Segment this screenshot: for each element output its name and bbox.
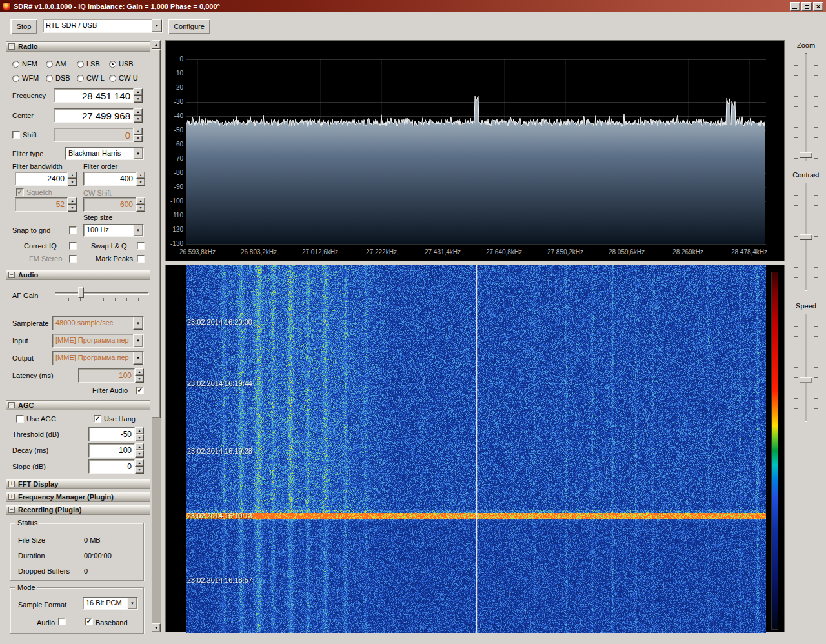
spin-down-icon[interactable]: ▼: [135, 450, 144, 458]
squelch-checkbox[interactable]: ✓ Squelch: [16, 188, 52, 196]
sample-format-select[interactable]: 16 Bit PCM ▼: [83, 597, 138, 610]
waterfall-canvas[interactable]: [186, 265, 766, 633]
close-button[interactable]: ×: [813, 2, 823, 11]
frequency-value[interactable]: 28 451 140: [54, 88, 134, 103]
spin-down-icon[interactable]: ▼: [135, 434, 144, 441]
device-selector[interactable]: RTL-SDR / USB ▼: [43, 19, 163, 33]
slope-input[interactable]: 0 ▲▼: [88, 459, 144, 474]
collapse-icon[interactable]: −: [8, 507, 15, 513]
spin-up-icon[interactable]: ▲: [135, 427, 144, 434]
stop-button[interactable]: Stop: [10, 19, 37, 34]
slider-thumb[interactable]: [800, 377, 812, 383]
mode-option-dsb[interactable]: DSB: [46, 74, 77, 82]
record-audio-checkbox[interactable]: ✓: [58, 618, 66, 625]
spin-down-icon[interactable]: ▼: [134, 96, 143, 103]
use-agc-checkbox[interactable]: ✓ Use AGC: [16, 415, 56, 423]
mode-option-cwl[interactable]: CW-L: [77, 74, 109, 82]
filter-audio-checkbox[interactable]: ✓: [136, 387, 144, 394]
center-value[interactable]: 27 499 968: [54, 108, 134, 123]
slider-track[interactable]: [55, 292, 149, 295]
slider-track[interactable]: [805, 53, 807, 161]
decay-input[interactable]: 100 ▲▼: [88, 443, 144, 458]
spin-up-icon[interactable]: ▲: [135, 443, 144, 450]
waterfall-display[interactable]: 23.02.2014 16:20:00 23.02.2014 16:19:44 …: [165, 265, 785, 632]
swap-iq-checkbox[interactable]: ✓: [137, 242, 145, 250]
snap-to-grid-checkbox[interactable]: ✓: [69, 226, 77, 234]
chevron-down-icon[interactable]: ▼: [133, 148, 143, 159]
spin-up-icon[interactable]: ▲: [134, 88, 143, 96]
mode-option-cwu[interactable]: CW-U: [109, 74, 146, 82]
configure-button[interactable]: Configure: [168, 19, 210, 34]
speed-slider[interactable]: [793, 314, 819, 422]
collapse-icon[interactable]: −: [8, 43, 15, 50]
spin-up-icon[interactable]: ▲: [135, 459, 144, 467]
chevron-down-icon[interactable]: ▼: [133, 225, 143, 236]
spin-up-icon[interactable]: ▲: [134, 108, 143, 116]
filter-type-select[interactable]: Blackman-Harris ▼: [65, 147, 144, 160]
spin-down-icon[interactable]: ▼: [68, 179, 77, 186]
mode-option-am[interactable]: AM: [46, 60, 77, 68]
mode-option-wfm[interactable]: WFM: [12, 74, 46, 82]
shift-checkbox[interactable]: ✓ Shift: [12, 131, 37, 139]
spin-down-icon[interactable]: ▼: [136, 179, 145, 186]
spin-down-icon[interactable]: ▼: [135, 467, 144, 474]
panel-header-recording[interactable]: − Recording (Plugin): [6, 505, 150, 515]
slider-thumb[interactable]: [800, 234, 812, 240]
filter-bandwidth-value[interactable]: 2400: [15, 172, 68, 186]
expand-icon[interactable]: +: [8, 494, 15, 500]
spectrum-canvas[interactable]: [186, 41, 766, 246]
mode-option-lsb[interactable]: LSB: [77, 60, 109, 68]
dropped-buffers-value: 0: [84, 567, 88, 575]
minimize-button[interactable]: [790, 2, 800, 11]
filter-order-input[interactable]: 400 ▲▼: [83, 172, 145, 186]
expand-icon[interactable]: +: [8, 481, 15, 487]
spin-up-icon[interactable]: ▲: [68, 172, 77, 179]
collapse-icon[interactable]: −: [8, 272, 15, 278]
scroll-up-button[interactable]: ▲: [152, 40, 161, 49]
scrollbar-thumb[interactable]: [152, 49, 161, 418]
spin-up-icon[interactable]: ▲: [136, 172, 145, 179]
frequency-input[interactable]: 28 451 140 ▲▼: [54, 88, 143, 103]
threshold-input[interactable]: -50 ▲▼: [88, 427, 144, 441]
titlebar[interactable]: SDR# v1.0.0.1000 - IQ Imbalance: Gain = …: [0, 0, 826, 12]
frequency-spinner[interactable]: ▲▼: [134, 88, 143, 103]
filter-bandwidth-input[interactable]: 2400 ▲▼: [15, 172, 77, 186]
zoom-slider[interactable]: [793, 53, 819, 161]
contrast-slider[interactable]: [793, 183, 819, 291]
panel-header-agc[interactable]: − AGC: [6, 400, 150, 410]
collapse-icon[interactable]: −: [8, 402, 15, 408]
slider-thumb[interactable]: [78, 287, 84, 298]
panel-header-fft-display[interactable]: + FFT Display: [6, 479, 150, 489]
center-spinner[interactable]: ▲▼: [134, 108, 143, 123]
panel-header-radio[interactable]: − Radio: [6, 41, 150, 52]
correct-iq-checkbox[interactable]: ✓: [69, 242, 77, 250]
filter-bandwidth-spinner[interactable]: ▲▼: [68, 172, 77, 186]
slider-track[interactable]: [805, 314, 807, 422]
mode-option-usb[interactable]: USB: [109, 60, 146, 68]
restore-button[interactable]: [801, 2, 812, 11]
slope-spinner[interactable]: ▲▼: [135, 459, 144, 474]
sidebar-scrollbar[interactable]: ▲ ▼: [152, 40, 161, 632]
step-size-select[interactable]: 100 Hz ▼: [83, 224, 144, 237]
chevron-down-icon[interactable]: ▼: [127, 598, 137, 609]
slider-thumb[interactable]: [800, 152, 812, 158]
threshold-value[interactable]: -50: [88, 427, 135, 441]
spin-down-icon[interactable]: ▼: [134, 116, 143, 123]
panel-header-frequency-manager[interactable]: + Frequency Manager (Plugin): [6, 492, 150, 502]
spectrum-display[interactable]: 0 -10 -20 -30 -40 -50 -60 -70 -80 -90 -1…: [165, 40, 785, 261]
filter-order-spinner[interactable]: ▲▼: [136, 172, 145, 186]
decay-spinner[interactable]: ▲▼: [135, 443, 144, 458]
panel-header-audio[interactable]: − Audio: [6, 270, 150, 280]
scroll-down-button[interactable]: ▼: [152, 623, 161, 632]
record-baseband-checkbox[interactable]: ✓: [85, 618, 93, 625]
chevron-down-icon[interactable]: ▼: [152, 19, 162, 32]
filter-order-value[interactable]: 400: [83, 172, 136, 186]
decay-value[interactable]: 100: [88, 443, 135, 458]
slope-value[interactable]: 0: [88, 459, 135, 474]
mark-peaks-checkbox[interactable]: ✓: [137, 255, 145, 263]
mode-option-nfm[interactable]: NFM: [12, 60, 46, 68]
af-gain-slider[interactable]: [55, 284, 149, 306]
use-hang-checkbox[interactable]: ✓ Use Hang: [94, 415, 136, 423]
threshold-spinner[interactable]: ▲▼: [135, 427, 144, 441]
center-input[interactable]: 27 499 968 ▲▼: [54, 108, 143, 123]
